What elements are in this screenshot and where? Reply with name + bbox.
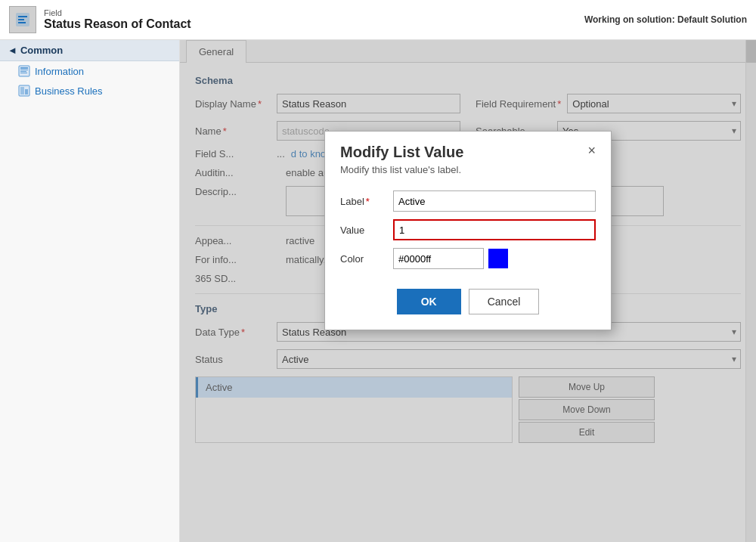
svg-rect-6	[20, 70, 28, 70]
modal-subtitle: Modify this list value's label.	[325, 164, 611, 184]
modal-body: Label* Value Color	[325, 184, 611, 289]
header-page-title: Status Reason of Contact	[44, 17, 191, 31]
svg-rect-3	[18, 22, 26, 23]
svg-rect-2	[18, 19, 24, 20]
color-preview-swatch[interactable]	[488, 249, 508, 268]
modal-cancel-button[interactable]: Cancel	[469, 289, 540, 314]
modal-close-button[interactable]: ×	[587, 144, 596, 157]
content-area: General Schema Display Name* Field Req	[180, 40, 756, 542]
solution-label: Working on solution: Default Solution	[584, 14, 747, 25]
sidebar-item-business-rules[interactable]: Business Rules	[0, 81, 179, 101]
svg-rect-1	[18, 16, 27, 17]
svg-rect-8	[20, 73, 27, 73]
svg-rect-11	[25, 89, 28, 94]
header-icon	[9, 6, 36, 33]
chevron-icon: ◄	[8, 45, 17, 56]
information-icon	[18, 65, 30, 77]
sidebar: ◄ Common Information	[0, 40, 180, 542]
modal-color-field: Color	[340, 248, 596, 269]
modal-ok-button[interactable]: OK	[397, 289, 461, 314]
modal-label-input[interactable]	[393, 190, 596, 212]
modal-color-label: Color	[340, 253, 393, 265]
svg-rect-10	[20, 87, 24, 94]
svg-rect-5	[20, 67, 28, 69]
header-field-label: Field	[44, 8, 191, 17]
modal-label-field: Label*	[340, 190, 596, 212]
sidebar-section-label: Common	[20, 45, 63, 56]
app-header: Field Status Reason of Contact Working o…	[0, 0, 756, 40]
svg-rect-7	[20, 71, 26, 72]
business-rules-icon	[18, 85, 30, 97]
modal-title: Modify List Value	[340, 144, 463, 161]
sidebar-item-information-label: Information	[35, 66, 84, 77]
sidebar-section-common: ◄ Common	[0, 40, 179, 61]
modal-header: Modify List Value ×	[325, 132, 611, 164]
modal-footer: OK Cancel	[325, 289, 611, 330]
modal-value-label: Value	[340, 225, 393, 236]
modal-backdrop: Modify List Value × Modify this list val…	[180, 40, 756, 542]
modal-dialog: Modify List Value × Modify this list val…	[324, 131, 612, 330]
modal-label-label: Label*	[340, 196, 393, 207]
modal-color-input[interactable]	[393, 248, 484, 269]
sidebar-item-information[interactable]: Information	[0, 61, 179, 81]
modal-value-input[interactable]	[393, 219, 596, 240]
sidebar-item-business-rules-label: Business Rules	[35, 85, 103, 97]
modal-value-field: Value	[340, 219, 596, 240]
